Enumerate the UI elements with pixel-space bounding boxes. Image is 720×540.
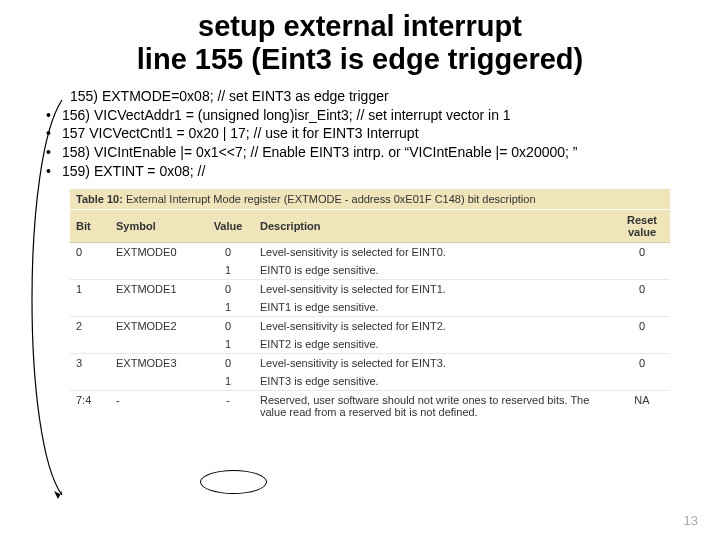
code-line: •156) VICVectAddr1 = (unsigned long)isr_… — [70, 106, 690, 125]
hdr-desc: Description — [254, 210, 614, 243]
cell-value: 0 — [202, 243, 254, 262]
cell-value: 0 — [202, 354, 254, 373]
title-line-2: line 155 (Eint3 is edge triggered) — [137, 43, 583, 75]
cell-value: 0 — [202, 317, 254, 336]
cell-symbol — [110, 261, 202, 280]
table-header-row: Bit Symbol Value Description Reset value — [70, 210, 670, 243]
cell-desc: EINT2 is edge sensitive. — [254, 335, 614, 354]
table-row: 3EXTMODE30Level-sensitivity is selected … — [70, 354, 670, 373]
cell-reset: 0 — [614, 317, 670, 336]
title-line-1: setup external interrupt — [198, 10, 522, 42]
table-row: 1EXTMODE10Level-sensitivity is selected … — [70, 280, 670, 299]
table-row: 1EINT2 is edge sensitive. — [70, 335, 670, 354]
cell-symbol — [110, 298, 202, 317]
cell-desc: EINT1 is edge sensitive. — [254, 298, 614, 317]
table-row: 1EINT3 is edge sensitive. — [70, 372, 670, 391]
cell-symbol: EXTMODE0 — [110, 243, 202, 262]
table-row: 0EXTMODE00Level-sensitivity is selected … — [70, 243, 670, 262]
cell-bit — [70, 261, 110, 280]
cell-desc: Reserved, user software should not write… — [254, 391, 614, 422]
cell-bit: 0 — [70, 243, 110, 262]
code-line: •157 VICVectCntl1 = 0x20 | 17; // use it… — [70, 124, 690, 143]
cell-value: - — [202, 391, 254, 422]
caption-text: External Interrupt Mode register (EXTMOD… — [126, 193, 536, 205]
cell-reset — [614, 372, 670, 391]
slide: setup external interrupt line 155 (Eint3… — [0, 0, 720, 540]
table-row: 1EINT1 is edge sensitive. — [70, 298, 670, 317]
hdr-bit: Bit — [70, 210, 110, 243]
cell-desc: Level-sensitivity is selected for EINT2. — [254, 317, 614, 336]
cell-reset: NA — [614, 391, 670, 422]
table-caption: Table 10: External Interrupt Mode regist… — [70, 189, 670, 209]
cell-symbol — [110, 372, 202, 391]
code-line: •159) EXTINT = 0x08; // — [70, 162, 690, 181]
bit-table: Bit Symbol Value Description Reset value… — [70, 210, 670, 421]
register-table: Table 10: External Interrupt Mode regist… — [70, 189, 670, 421]
annotation-circle — [200, 470, 267, 494]
cell-bit: 2 — [70, 317, 110, 336]
cell-value: 1 — [202, 261, 254, 280]
page-title: setup external interrupt line 155 (Eint3… — [30, 10, 690, 77]
cell-symbol: EXTMODE1 — [110, 280, 202, 299]
cell-reset: 0 — [614, 354, 670, 373]
cell-desc: Level-sensitivity is selected for EINT3. — [254, 354, 614, 373]
page-number: 13 — [684, 513, 698, 528]
code-line: 155) EXTMODE=0x08; // set EINT3 as edge … — [70, 87, 690, 106]
cell-symbol: EXTMODE3 — [110, 354, 202, 373]
cell-desc: EINT3 is edge sensitive. — [254, 372, 614, 391]
hdr-value: Value — [202, 210, 254, 243]
cell-bit: 1 — [70, 280, 110, 299]
cell-desc: EINT0 is edge sensitive. — [254, 261, 614, 280]
caption-number: Table 10: — [76, 193, 123, 205]
cell-bit — [70, 372, 110, 391]
hdr-reset: Reset value — [614, 210, 670, 243]
cell-symbol: - — [110, 391, 202, 422]
cell-reset: 0 — [614, 280, 670, 299]
cell-bit: 3 — [70, 354, 110, 373]
cell-symbol: EXTMODE2 — [110, 317, 202, 336]
cell-reset — [614, 261, 670, 280]
cell-reset — [614, 335, 670, 354]
cell-reset — [614, 298, 670, 317]
cell-desc: Level-sensitivity is selected for EINT0. — [254, 243, 614, 262]
table-row: 1EINT0 is edge sensitive. — [70, 261, 670, 280]
table-row: 2EXTMODE20Level-sensitivity is selected … — [70, 317, 670, 336]
cell-value: 1 — [202, 372, 254, 391]
hdr-symbol: Symbol — [110, 210, 202, 243]
cell-value: 1 — [202, 298, 254, 317]
table-row: 7:4--Reserved, user software should not … — [70, 391, 670, 422]
code-listing: 155) EXTMODE=0x08; // set EINT3 as edge … — [70, 87, 690, 181]
cell-symbol — [110, 335, 202, 354]
cell-desc: Level-sensitivity is selected for EINT1. — [254, 280, 614, 299]
cell-bit: 7:4 — [70, 391, 110, 422]
cell-value: 0 — [202, 280, 254, 299]
cell-bit — [70, 298, 110, 317]
code-line: •158) VICIntEnable |= 0x1<<7; // Enable … — [70, 143, 690, 162]
cell-reset: 0 — [614, 243, 670, 262]
cell-value: 1 — [202, 335, 254, 354]
cell-bit — [70, 335, 110, 354]
